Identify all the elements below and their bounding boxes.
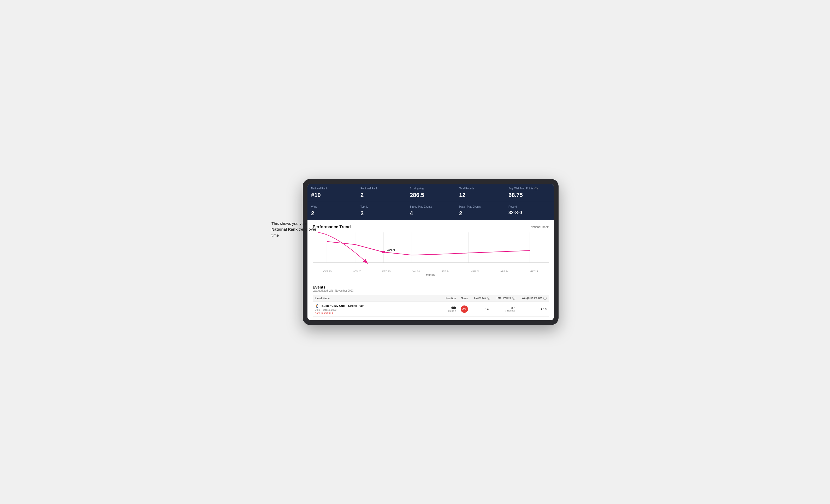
stat-regional-rank-label: Regional Rank [360,187,402,190]
stat-avg-weighted-label: Avg. Weighted Points i [508,187,550,190]
table-row: 🏌️ Buster Cozy Cup – Stroke Play Oct 9 –… [313,302,549,317]
month-dec23: DEC 23 [372,270,401,273]
stat-match-play-value: 2 [459,210,501,217]
event-details: Buster Cozy Cup – Stroke Play Oct 9 – Oc… [315,304,363,314]
info-icon: i [535,187,538,190]
chart-datapoint [382,251,385,253]
performance-chart: #10 [313,232,549,269]
stat-top3s-value: 2 [360,210,402,217]
stat-record-label: Record [508,205,550,208]
event-golf-icon: 🏌️ [315,304,319,308]
col-position: Position [442,295,458,302]
event-date: Oct 9 – Oct 10, 2023 [315,309,337,311]
stat-total-rounds-value: 12 [459,192,501,199]
x-axis-title: Months [313,273,549,276]
month-jan24: JAN 24 [401,270,430,273]
annotation: This shows you your National Rank trend … [272,221,324,238]
events-table-header: Event Name Position Score Event SG i Tot… [313,295,549,302]
performance-section: Performance Trend National Rank [308,220,554,281]
tablet-device: National Rank #10 Regional Rank 2 Scorin… [303,179,558,325]
event-position: 6th out of 7 [442,302,458,317]
stat-stroke-play: Stroke Play Events 4 [406,202,455,220]
events-table: Event Name Position Score Event SG i Tot… [313,295,549,317]
stat-stroke-play-value: 4 [410,210,451,217]
col-total-points: Total Points i [492,295,517,302]
chart-rank-label: #10 [387,248,395,252]
events-section: Events Last updated: 24th November 2023 … [308,281,554,321]
col-event-sg: Event SG i [471,295,492,302]
stats-row-1: National Rank #10 Regional Rank 2 Scorin… [308,183,554,202]
stat-total-rounds-label: Total Rounds [459,187,501,190]
event-rank-impact: Rank Impact: 3 ▼ [315,312,333,314]
month-nov23: NOV 23 [342,270,372,273]
stat-national-rank-label: National Rank [311,187,353,190]
col-event-name: Event Name [313,295,442,302]
event-score: -22 [458,302,470,317]
event-weighted-value: 28.3 [541,308,547,311]
event-rounds: 3 Rounds [494,309,515,312]
stats-row-2: Wins 2 Top 3s 2 Stroke Play Events 4 Mat… [308,202,554,220]
event-position-main: 6th [445,306,456,310]
stat-avg-weighted-points: Avg. Weighted Points i 68.75 [505,183,554,202]
stat-scoring-avg: Scoring Avg. 286.5 [406,183,455,202]
stat-national-rank: National Rank #10 [308,183,356,202]
event-position-sub: out of 7 [445,310,456,312]
stat-scoring-avg-label: Scoring Avg. [410,187,451,190]
stat-wins-value: 2 [311,210,353,217]
stat-stroke-play-label: Stroke Play Events [410,205,451,208]
event-name-cell: 🏌️ Buster Cozy Cup – Stroke Play Oct 9 –… [313,302,442,317]
info-icon: i [487,297,490,300]
stat-total-rounds: Total Rounds 12 [455,183,505,202]
stat-wins: Wins 2 [308,202,356,220]
chart-area: #10 [313,232,549,269]
month-may24: MAY 24 [519,270,549,273]
col-score: Score [458,295,470,302]
month-apr24: APR 24 [490,270,519,273]
month-mar24: MAR 24 [460,270,490,273]
stat-national-rank-value: #10 [311,192,353,199]
month-oct23: OCT 23 [313,270,342,273]
annotation-text: This shows you your National Rank trend … [272,221,316,237]
stat-match-play-label: Match Play Events [459,205,501,208]
stat-scoring-avg-value: 286.5 [410,192,451,199]
event-sg: 0.45 [471,302,492,317]
stat-top3s: Top 3s 2 [357,202,406,220]
performance-header: Performance Trend National Rank [313,225,549,229]
month-feb24: FEB 24 [430,270,460,273]
stat-record-value: 32-8-0 [508,210,550,215]
events-updated: Last updated: 24th November 2023 [313,289,549,292]
chart-months: OCT 23 NOV 23 DEC 23 JAN 24 FEB 24 MAR 2… [313,269,549,273]
event-weighted-points: 28.3 [517,302,549,317]
stat-wins-label: Wins [311,205,353,208]
stat-record: Record 32-8-0 [505,202,554,220]
stat-top3s-label: Top 3s [360,205,402,208]
tablet-screen: National Rank #10 Regional Rank 2 Scorin… [308,183,554,321]
stat-regional-rank-value: 2 [360,192,402,199]
events-title: Events [313,285,549,289]
annotation-bold: National Rank [272,227,297,231]
stat-regional-rank: Regional Rank 2 [357,183,406,202]
score-badge: -22 [461,305,468,313]
stat-match-play: Match Play Events 2 [455,202,505,220]
performance-label: National Rank [531,225,549,229]
col-weighted-points: Weighted Points i [517,295,549,302]
event-total-points: 28.3 3 Rounds [492,302,517,317]
info-icon: i [543,297,547,300]
scene: This shows you your National Rank trend … [272,179,558,325]
info-icon: i [512,297,515,300]
event-name-main: Buster Cozy Cup – Stroke Play [322,304,363,307]
stat-avg-weighted-value: 68.75 [508,192,550,199]
